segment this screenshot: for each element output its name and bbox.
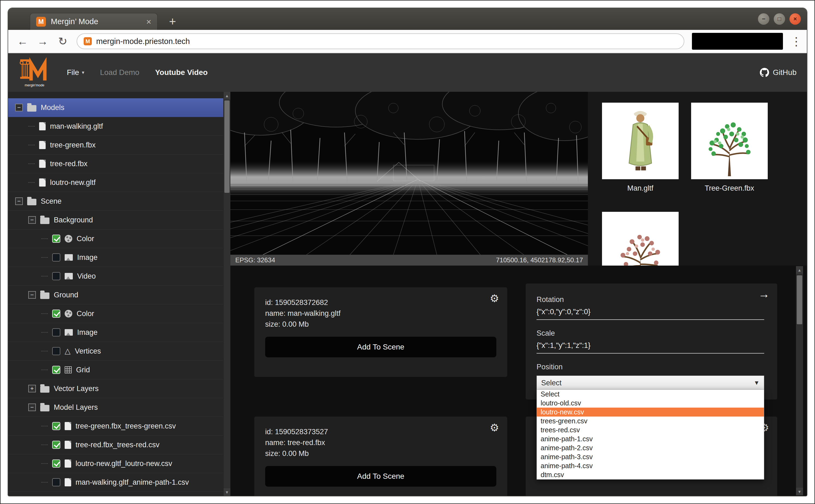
site-favicon-icon: M: [36, 17, 46, 27]
menu-load-demo[interactable]: Load Demo: [100, 68, 139, 77]
browser-window: M Mergin’ Mode × + − □ × ← → ↻ M mergin-…: [8, 8, 807, 496]
tree-item-tree-green-fbx[interactable]: tree-green.fbx: [8, 136, 223, 155]
tree-item-loutro-new-gltf-loutro-new-csv[interactable]: loutro-new.gltf_loutro-new.csv: [8, 454, 223, 473]
epsg-label: EPSG: 32634: [235, 256, 275, 264]
checkbox-image[interactable]: [52, 253, 60, 262]
scale-value-input[interactable]: {"x":1,"y":1,"z":1}: [537, 338, 764, 354]
checkbox-loutro-new-gltf-loutro-new-csv[interactable]: [52, 459, 60, 468]
collapse-toggle-icon[interactable]: −: [15, 197, 23, 205]
position-label: Position: [537, 363, 764, 371]
tree-item-model-layers[interactable]: −Model Layers: [8, 398, 223, 417]
viewport-3d[interactable]: EPSG: 32634 710500.16, 4502178.92,50.17: [230, 92, 588, 266]
github-link[interactable]: GitHub: [760, 68, 797, 77]
tree-item-loutro-new-gltf[interactable]: loutro-new.gltf: [8, 173, 223, 192]
file-icon: [65, 422, 71, 430]
tree-item-grid[interactable]: Grid: [8, 361, 223, 379]
tree-item-tree-green-fbx-trees-green-csv[interactable]: tree-green.fbx_trees-green.csv: [8, 417, 223, 436]
sidebar-scrollbar-thumb[interactable]: [224, 100, 229, 193]
bottom-scrollbar-thumb[interactable]: [797, 275, 802, 324]
arrow-right-icon[interactable]: →: [758, 288, 770, 300]
tree-item-color[interactable]: Color: [8, 229, 223, 248]
image-icon: [65, 273, 73, 279]
folder-icon: [40, 386, 49, 393]
bottom-scrollbar[interactable]: ▲ ▼: [796, 266, 803, 495]
position-select[interactable]: Select ▼: [537, 376, 764, 390]
tree-item-man-walking-gltf-anime-path-1-csv[interactable]: man-walking.gltf_anime-path-1.csv: [8, 473, 223, 492]
collapse-toggle-icon[interactable]: −: [28, 216, 36, 224]
rotation-value-input[interactable]: {"x":0,"y":0,"z":0}: [537, 304, 764, 320]
close-window-button[interactable]: ×: [789, 13, 801, 25]
collapse-toggle-icon[interactable]: −: [28, 291, 36, 299]
add-to-scene-button[interactable]: Add To Scene: [265, 466, 496, 487]
add-to-scene-button[interactable]: Add To Scene: [265, 337, 496, 357]
tree-item-man-walking-gltf[interactable]: man-walking.gltf: [8, 117, 223, 136]
checkbox-man-walking-gltf-anime-path-1-csv[interactable]: [52, 478, 60, 486]
checkbox-grid[interactable]: [52, 366, 60, 374]
tree-item-label: man-walking.gltf: [50, 122, 103, 131]
browser-tab[interactable]: M Mergin’ Mode ×: [30, 13, 158, 30]
app-logo[interactable]: mergin'mode: [18, 56, 51, 89]
dropdown-option-anime-path-4-csv[interactable]: anime-path-4.csv: [537, 461, 764, 470]
viewport-scene-canvas[interactable]: [230, 92, 588, 255]
menu-youtube-video-label: Youtube Video: [155, 68, 207, 77]
address-bar[interactable]: M mergin-mode.prieston.tech: [77, 33, 684, 49]
dropdown-option-anime-path-3-csv[interactable]: anime-path-3.csv: [537, 452, 764, 461]
collapse-toggle-icon[interactable]: −: [28, 404, 36, 411]
scroll-down-button[interactable]: ▼: [796, 488, 803, 495]
model-thumbnail-tree-red[interactable]: [602, 212, 679, 266]
tree-item-ground[interactable]: −Ground: [8, 286, 223, 304]
tree-item-tree-red-fbx-trees-red-csv[interactable]: tree-red.fbx_trees-red.csv: [8, 436, 223, 454]
tree-item-scene[interactable]: −Scene: [8, 192, 223, 211]
tree-item-background[interactable]: −Background: [8, 211, 223, 229]
dropdown-option-trees-red-csv[interactable]: trees-red.csv: [537, 426, 764, 434]
palette-icon: [65, 310, 72, 317]
tree-item-label: Image: [77, 328, 97, 337]
tree-item-image[interactable]: Image: [8, 323, 223, 342]
close-tab-icon[interactable]: ×: [146, 17, 151, 26]
checkbox-tree-red-fbx-trees-red-csv[interactable]: [52, 441, 60, 449]
checkbox-vertices[interactable]: [52, 347, 60, 355]
tree-item-models[interactable]: −Models: [8, 98, 223, 117]
tree-item-video[interactable]: Video: [8, 267, 223, 286]
menu-youtube-video[interactable]: Youtube Video: [155, 68, 207, 77]
dropdown-option-anime-path-1-csv[interactable]: anime-path-1.csv: [537, 434, 764, 443]
dropdown-option-trees-green-csv[interactable]: trees-green.csv: [537, 417, 764, 426]
gear-icon[interactable]: ⚙: [490, 423, 499, 433]
model-name: name: tree-red.fbx: [265, 437, 496, 448]
model-thumbnail-tree-green[interactable]: Tree-Green.fbx: [691, 103, 768, 193]
minimize-button[interactable]: −: [758, 13, 769, 25]
man-model-image: [615, 107, 666, 179]
tree-item-vertices[interactable]: △Vertices: [8, 342, 223, 361]
dropdown-option-loutro-new-csv[interactable]: loutro-new.csv: [537, 408, 764, 417]
checkbox-color[interactable]: [52, 235, 60, 243]
maximize-button[interactable]: □: [774, 13, 785, 25]
forward-button[interactable]: →: [36, 35, 49, 48]
reload-button[interactable]: ↻: [56, 35, 69, 48]
dropdown-option-loutro-old-csv[interactable]: loutro-old.csv: [537, 399, 764, 408]
new-tab-button[interactable]: +: [165, 15, 180, 28]
checkbox-tree-green-fbx-trees-green-csv[interactable]: [52, 422, 60, 430]
tree-item-vector-layers[interactable]: +Vector Layers: [8, 379, 223, 398]
tree-item-tree-red-fbx[interactable]: tree-red.fbx: [8, 155, 223, 173]
gear-icon[interactable]: ⚙: [490, 293, 499, 304]
browser-menu-icon[interactable]: ⋮: [791, 35, 799, 48]
scroll-down-button[interactable]: ▼: [223, 488, 230, 496]
dropdown-option-dtm-csv[interactable]: dtm.csv: [537, 470, 764, 479]
coordinates-label: 710500.16, 4502178.92,50.17: [496, 256, 583, 264]
checkbox-image[interactable]: [52, 328, 60, 336]
dropdown-option-select[interactable]: Select: [537, 390, 764, 399]
checkbox-color[interactable]: [52, 310, 60, 318]
back-button[interactable]: ←: [16, 35, 29, 48]
model-thumbnail-man[interactable]: Man.gltf: [602, 103, 679, 193]
scroll-up-button[interactable]: ▲: [796, 266, 803, 274]
sidebar-scrollbar[interactable]: ▲ ▼: [223, 92, 230, 496]
expand-toggle-icon[interactable]: +: [28, 385, 36, 392]
menu-file[interactable]: File ▾: [67, 68, 84, 77]
collapse-toggle-icon[interactable]: −: [15, 104, 23, 111]
checkbox-video[interactable]: [52, 272, 60, 280]
scroll-up-button[interactable]: ▲: [223, 92, 230, 99]
tree-item-image[interactable]: Image: [8, 248, 223, 267]
dropdown-option-anime-path-2-csv[interactable]: anime-path-2.csv: [537, 443, 764, 452]
tree-item-color[interactable]: Color: [8, 304, 223, 323]
menu-file-label: File: [67, 68, 79, 77]
